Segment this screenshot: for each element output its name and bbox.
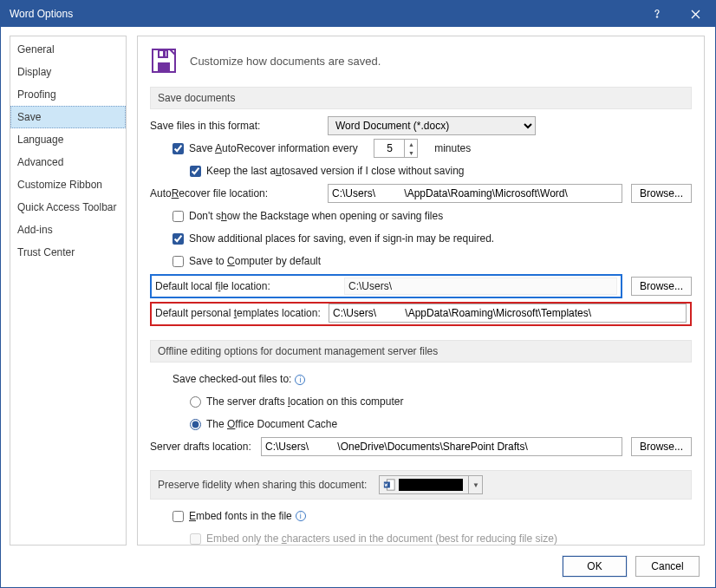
autorecover-minutes-spinner[interactable]: ▲▼ <box>374 139 418 158</box>
browse-server-drafts-button[interactable]: Browse... <box>631 437 692 456</box>
default-local-file-label: Default local file location: <box>155 280 344 292</box>
section-save-documents: Save documents <box>150 87 692 109</box>
nav-item-add-ins[interactable]: Add-ins <box>10 219 126 241</box>
embed-fonts-checkbox[interactable]: Embed fonts in the file <box>150 510 306 522</box>
autorecover-location-input[interactable] <box>328 184 622 203</box>
autorecover-minutes-input[interactable] <box>374 140 404 157</box>
save-format-label: Save files in this format: <box>150 120 328 132</box>
server-drafts-location-input[interactable] <box>261 437 622 456</box>
browse-default-local-button[interactable]: Browse... <box>631 277 692 296</box>
section-preserve-fidelity: Preserve fidelity when sharing this docu… <box>150 470 692 500</box>
close-button[interactable] <box>676 1 715 27</box>
default-templates-input[interactable] <box>329 304 687 323</box>
svg-rect-2 <box>158 62 170 72</box>
nav-item-display[interactable]: Display <box>10 61 126 83</box>
checked-out-label: Save checked-out files to: <box>150 373 312 385</box>
browse-autorecover-button[interactable]: Browse... <box>631 184 692 203</box>
nav-item-general[interactable]: General <box>10 38 126 61</box>
word-options-window: Word Options GeneralDisplayProofingSaveL… <box>0 0 716 588</box>
dont-show-backstage-checkbox[interactable]: Don't show the Backstage when opening or… <box>150 210 443 222</box>
minutes-label: minutes <box>434 142 471 154</box>
nav-item-proofing[interactable]: Proofing <box>10 83 126 106</box>
titlebar: Word Options <box>1 1 715 27</box>
info-icon[interactable] <box>295 375 305 385</box>
help-button[interactable] <box>637 1 676 27</box>
info-icon[interactable] <box>296 511 306 521</box>
fidelity-document-combo[interactable]: ▼ <box>379 475 483 494</box>
content-panel: Customize how documents are saved. Save … <box>137 36 705 546</box>
nav-item-quick-access-toolbar[interactable]: Quick Access Toolbar <box>10 196 126 219</box>
autorecover-checkbox[interactable]: Save AutoRecover information every <box>150 142 358 154</box>
word-doc-icon <box>383 479 395 491</box>
window-title: Word Options <box>10 8 637 20</box>
cancel-button[interactable]: Cancel <box>635 556 700 577</box>
nav-item-advanced[interactable]: Advanced <box>10 151 126 173</box>
default-templates-highlight: Default personal templates location: <box>150 302 692 326</box>
header-text: Customize how documents are saved. <box>190 55 381 68</box>
dialog-footer: OK Cancel <box>1 546 715 587</box>
section-offline-editing: Offline editing options for document man… <box>150 340 692 363</box>
svg-rect-4 <box>163 51 166 56</box>
default-local-file-value: C:\Users\ <box>344 278 617 295</box>
category-nav: GeneralDisplayProofingSaveLanguageAdvanc… <box>10 36 127 546</box>
spin-up[interactable]: ▲ <box>405 140 417 148</box>
ok-button[interactable]: OK <box>563 556 627 577</box>
server-drafts-location-label: Server drafts location: <box>150 441 261 453</box>
default-local-highlight: Default local file location: C:\Users\ <box>150 274 622 298</box>
default-templates-label: Default personal templates location: <box>155 307 329 319</box>
nav-item-language[interactable]: Language <box>10 128 126 151</box>
svg-point-0 <box>656 16 658 18</box>
spin-down[interactable]: ▼ <box>405 148 417 157</box>
save-format-combo[interactable]: Word Document (*.docx) <box>328 116 536 135</box>
embed-only-chars-checkbox: Embed only the characters used in the do… <box>150 532 557 545</box>
save-icon <box>150 47 178 75</box>
fidelity-document-name <box>399 479 463 491</box>
radio-server-drafts[interactable]: The server drafts location on this compu… <box>150 395 403 408</box>
chevron-down-icon: ▼ <box>468 476 482 493</box>
nav-item-customize-ribbon[interactable]: Customize Ribbon <box>10 173 126 196</box>
nav-item-trust-center[interactable]: Trust Center <box>10 241 126 264</box>
keep-last-autosaved-checkbox[interactable]: Keep the last autosaved version if I clo… <box>150 165 465 177</box>
nav-item-save[interactable]: Save <box>10 106 126 128</box>
radio-office-cache[interactable]: The Office Document Cache <box>150 418 337 430</box>
save-to-computer-checkbox[interactable]: Save to Computer by default <box>150 255 321 267</box>
show-additional-places-checkbox[interactable]: Show additional places for saving, even … <box>150 232 494 245</box>
autorecover-location-label: AutoRecover file location: <box>150 187 328 199</box>
